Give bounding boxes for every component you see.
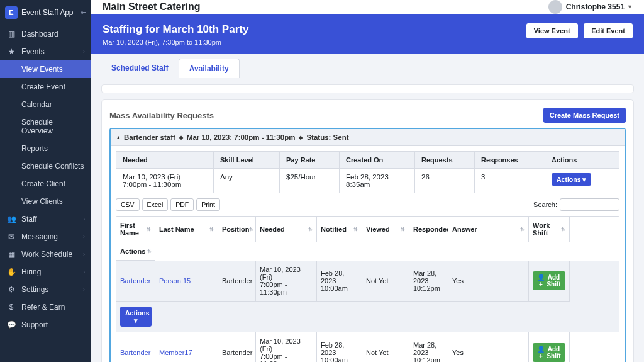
tabs: Scheduled Staff Availability <box>101 59 634 78</box>
tab-availability[interactable]: Availability <box>179 59 240 78</box>
summary-col-header: Pay Rate <box>280 152 340 169</box>
sort-icon: ⇅ <box>401 227 405 232</box>
last-name-link[interactable]: Member17 <box>159 349 214 356</box>
summary-responses: 3 <box>475 169 545 193</box>
sidebar-item-label: Work Schedule <box>21 250 83 259</box>
sidebar-item-support[interactable]: 💬Support <box>0 316 91 334</box>
export-pdf-button[interactable]: PDF <box>170 198 194 211</box>
chevron-right-icon: › <box>83 216 85 222</box>
sort-icon: ⇅ <box>308 227 313 232</box>
sidebar-item-schedule-conflicts[interactable]: Schedule Conflicts <box>0 157 91 175</box>
avatar[interactable] <box>548 0 562 14</box>
export-excel-button[interactable]: Excel <box>142 198 169 211</box>
card-title: Mass Availability Requests <box>109 111 543 120</box>
create-mass-request-button[interactable]: Create Mass Request <box>543 108 626 123</box>
sidebar-item-events[interactable]: ★Events› <box>0 43 91 60</box>
sidebar-collapse-icon[interactable]: ⇤ <box>80 8 86 16</box>
sidebar-item-dashboard[interactable]: ▥Dashboard <box>0 25 91 43</box>
chevron-right-icon: › <box>83 48 85 55</box>
row-actions-button[interactable]: Actions ▾ <box>120 307 152 327</box>
table-col-header[interactable]: First Name⇅ <box>116 217 155 242</box>
table-col-header[interactable]: Responded⇅ <box>409 217 448 242</box>
table-col-header[interactable]: Answer⇅ <box>448 217 529 242</box>
summary-col-header: Needed <box>116 152 214 169</box>
chevron-right-icon: › <box>83 269 85 275</box>
sidebar: E Event Staff App ⇤ ▥Dashboard★Events›Vi… <box>0 0 91 362</box>
sidebar-item-label: Staff <box>21 215 83 223</box>
collapsed-section[interactable] <box>101 84 634 93</box>
table-col-header[interactable]: Work Shift⇅ <box>529 217 570 242</box>
export-csv-button[interactable]: CSV <box>116 198 140 211</box>
sort-icon: ⇅ <box>353 227 358 232</box>
cell-work-shift: 👤+ Add Shift <box>529 261 570 302</box>
summary-requests: 26 <box>415 169 475 193</box>
add-shift-button[interactable]: 👤+ Add Shift <box>533 271 565 290</box>
summary-col-header: Created On <box>340 152 415 169</box>
panel-header[interactable]: ▴ Bartender staff ◆ Mar 10, 2023: 7:00pm… <box>111 129 625 146</box>
sidebar-item-messaging[interactable]: ✉Messaging› <box>0 228 91 246</box>
sidebar-item-view-events[interactable]: View Events <box>0 60 91 78</box>
table-col-header[interactable]: Position⇅ <box>218 217 256 242</box>
sidebar-item-label: Support <box>21 320 85 329</box>
menu-icon: ✋ <box>6 268 16 276</box>
summary-col-header: Requests <box>415 152 475 169</box>
tab-scheduled-staff[interactable]: Scheduled Staff <box>101 59 179 78</box>
sidebar-item-reports[interactable]: Reports <box>0 140 91 157</box>
sidebar-item-work-schedule[interactable]: ▦Work Schedule› <box>0 246 91 263</box>
sidebar-item-label: Messaging <box>21 232 83 241</box>
table-col-header[interactable]: Actions⇅ <box>116 242 155 261</box>
edit-event-button[interactable]: Edit Event <box>584 23 633 38</box>
last-name-link[interactable]: Person 15 <box>159 277 214 285</box>
sidebar-item-create-event[interactable]: Create Event <box>0 78 91 96</box>
table-col-header[interactable]: Needed⇅ <box>256 217 317 242</box>
summary-col-header: Actions <box>545 152 619 169</box>
sidebar-item-calendar[interactable]: Calendar <box>0 96 91 113</box>
sidebar-item-label: Schedule Conflicts <box>21 162 85 171</box>
summary-created: Feb 28, 20238:35am <box>340 169 415 193</box>
sidebar-item-refer-earn[interactable]: $Refer & Earn <box>0 298 91 316</box>
app-name: Event Staff App <box>21 8 80 17</box>
first-name-link[interactable]: Bartender <box>120 277 151 285</box>
view-event-button[interactable]: View Event <box>526 23 578 38</box>
search-input[interactable] <box>560 198 619 211</box>
table-col-header[interactable]: Viewed⇅ <box>362 217 409 242</box>
user-name[interactable]: Christophe 3551 <box>566 3 625 11</box>
table-row: BartenderMember17BartenderMar 10, 2023 (… <box>116 332 619 362</box>
page-subtitle: Mar 10, 2023 (Fri), 7:30pm to 11:30pm <box>103 38 523 46</box>
sidebar-item-staff[interactable]: 👥Staff› <box>0 210 91 228</box>
page-header: Staffing for March 10th Party Mar 10, 20… <box>91 14 644 54</box>
menu-icon: 👥 <box>6 215 16 223</box>
cell-answer: Yes <box>448 261 529 302</box>
sidebar-item-create-client[interactable]: Create Client <box>0 175 91 193</box>
sidebar-item-settings[interactable]: ⚙Settings› <box>0 281 91 298</box>
table-col-header[interactable]: Notified⇅ <box>317 217 362 242</box>
page-title: Staffing for March 10th Party <box>103 23 523 36</box>
user-menu-caret-icon[interactable]: ▼ <box>627 4 633 10</box>
sidebar-item-label: Create Event <box>21 82 85 91</box>
summary-actions-button[interactable]: Actions ▾ <box>552 173 591 186</box>
chevron-right-icon: › <box>83 286 85 293</box>
bartender-panel: ▴ Bartender staff ◆ Mar 10, 2023: 7:00pm… <box>109 128 626 362</box>
cell-notified: Feb 28, 202310:00am <box>317 261 362 302</box>
menu-icon: ▦ <box>6 250 16 259</box>
sidebar-item-label: View Events <box>21 65 85 74</box>
sort-icon: ⇅ <box>147 227 151 232</box>
sidebar-item-label: View Clients <box>21 197 85 206</box>
company-name: Main Street Catering <box>103 1 548 13</box>
sidebar-item-view-clients[interactable]: View Clients <box>0 193 91 210</box>
export-print-button[interactable]: Print <box>196 198 220 211</box>
menu-icon: ⚙ <box>6 285 16 294</box>
menu-icon: ★ <box>6 47 16 56</box>
table-col-header[interactable]: Last Name⇅ <box>155 217 218 242</box>
sidebar-item-hiring[interactable]: ✋Hiring› <box>0 263 91 281</box>
first-name-link[interactable]: Bartender <box>120 349 151 356</box>
panel-seg-time: Mar 10, 2023: 7:00pm - 11:30pm <box>187 133 296 141</box>
app-badge: E <box>5 6 18 19</box>
cell-notified: Feb 28, 202310:00am <box>317 332 362 362</box>
menu-icon: ▥ <box>6 30 16 38</box>
sidebar-item-label: Reports <box>21 144 85 153</box>
cell-responded: Mar 28, 202310:12pm <box>409 261 448 302</box>
add-shift-button[interactable]: 👤+ Add Shift <box>533 343 565 362</box>
sidebar-item-schedule-overview[interactable]: Schedule Overview <box>0 113 91 140</box>
menu-icon: 💬 <box>6 320 16 329</box>
